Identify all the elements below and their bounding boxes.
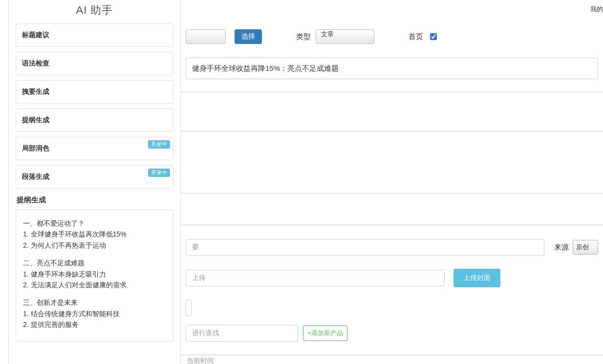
ai-item-label: 段落生成 bbox=[22, 172, 49, 180]
cover-row: 上传 上传封面 bbox=[181, 269, 603, 287]
source-select[interactable]: 原创 bbox=[573, 240, 598, 255]
title-row: 健身手环全球收益再降15%：亮点不足成难题 bbox=[181, 58, 603, 79]
outline-section-3: 三、创新才是未来 1. 结合传统健身方式和智能科技 2. 提供完善的服务 bbox=[23, 297, 166, 330]
ai-item-summary-gen[interactable]: 拽要生成 bbox=[16, 80, 173, 104]
outline-section-2: 二、亮点不足成难题 1. 健身手环本身缺乏吸引力 2. 无法满足人们对全面健康的… bbox=[23, 257, 166, 290]
cover-input[interactable]: 上传 bbox=[186, 270, 445, 286]
ai-item-label: 标题建议 bbox=[22, 31, 49, 39]
outline-line: 2. 提供完善的服务 bbox=[23, 319, 166, 330]
divider bbox=[181, 225, 603, 225]
ai-item-grammar-check[interactable]: 语法检查 bbox=[16, 52, 173, 75]
placeholder-text: 要 bbox=[191, 243, 199, 252]
outline-line: 2. 无法满足人们对全面健康的需求 bbox=[23, 279, 166, 290]
placeholder-text: 当前时间 bbox=[186, 357, 214, 364]
main-panel: 我的 选择 类型 文章 首页 健身手环全球收益再降15%：亮点不足成难题 要 来… bbox=[181, 0, 603, 364]
ai-sidebar: AI 助手 标题建议 语法检查 拽要生成 提纲生成 局部润色 开发中 段落生成 … bbox=[9, 0, 181, 364]
ai-item-title-suggestion[interactable]: 标题建议 bbox=[16, 23, 173, 47]
divider bbox=[181, 355, 603, 355]
sidebar-title: AI 助手 bbox=[16, 0, 173, 23]
outline-line: 一、都不爱运动了？ bbox=[23, 218, 166, 229]
outline-section-1: 一、都不爱运动了？ 1. 全球健身手环收益再次降低15% 2. 为何人们不再热衷… bbox=[23, 218, 166, 251]
upload-cover-button[interactable]: 上传封面 bbox=[453, 269, 500, 287]
outline-result-header: 提纲生成 bbox=[17, 195, 173, 205]
placeholder-text: 进行查找 bbox=[191, 329, 219, 338]
category-select[interactable] bbox=[186, 29, 226, 44]
divider bbox=[181, 92, 603, 92]
outline-line: 三、创新才是未来 bbox=[23, 297, 166, 308]
source-label: 来源 bbox=[554, 243, 569, 252]
title-input[interactable]: 健身手环全球收益再降15%：亮点不足成难题 bbox=[186, 58, 598, 79]
ai-item-outline-gen[interactable]: 提纲生成 bbox=[16, 108, 173, 132]
type-select[interactable]: 文章 bbox=[316, 29, 374, 44]
divider bbox=[181, 131, 603, 131]
dev-badge: 开发中 bbox=[148, 140, 170, 149]
outline-result-box[interactable]: 一、都不爱运动了？ 1. 全球健身手环收益再次降低15% 2. 为何人们不再热衷… bbox=[16, 210, 173, 342]
summary-input[interactable]: 要 bbox=[186, 239, 544, 256]
ai-item-label: 局部润色 bbox=[22, 144, 49, 152]
add-product-button[interactable]: +添加新产品 bbox=[303, 325, 347, 341]
outline-line: 1. 健身手环本身缺乏吸引力 bbox=[23, 269, 166, 279]
type-label: 类型 bbox=[296, 32, 311, 42]
my-link[interactable]: 我的 bbox=[590, 5, 603, 14]
divider bbox=[181, 193, 603, 193]
summary-row: 要 来源 原创 bbox=[181, 239, 603, 256]
homepage-checkbox[interactable] bbox=[430, 33, 437, 40]
product-search-input[interactable]: 进行查找 bbox=[186, 325, 298, 342]
small-input[interactable] bbox=[186, 300, 192, 316]
ai-item-paragraph-gen[interactable]: 段落生成 开发中 bbox=[16, 165, 173, 189]
small-box-row bbox=[181, 300, 603, 316]
ai-item-label: 提纲生成 bbox=[22, 116, 49, 124]
dev-badge: 开发中 bbox=[148, 169, 170, 177]
ai-item-label: 拽要生成 bbox=[22, 87, 49, 95]
outline-line: 二、亮点不足成难题 bbox=[23, 257, 166, 268]
time-row: 当前时间 bbox=[181, 357, 603, 364]
placeholder-text: 上传 bbox=[191, 274, 206, 282]
ai-item-label: 语法检查 bbox=[22, 59, 49, 67]
ai-item-polish[interactable]: 局部润色 开发中 bbox=[16, 137, 173, 160]
outline-line: 1. 全球健身手环收益再次降低15% bbox=[23, 229, 166, 239]
toolbar-row: 选择 类型 文章 首页 bbox=[181, 29, 603, 44]
outline-line: 2. 为何人们不再热衷于运动 bbox=[23, 240, 166, 251]
left-gutter bbox=[0, 0, 9, 364]
homepage-label: 首页 bbox=[409, 32, 423, 42]
product-row: 进行查找 +添加新产品 bbox=[181, 325, 603, 342]
outline-line: 1. 结合传统健身方式和智能科技 bbox=[23, 308, 166, 319]
select-button[interactable]: 选择 bbox=[235, 29, 262, 44]
